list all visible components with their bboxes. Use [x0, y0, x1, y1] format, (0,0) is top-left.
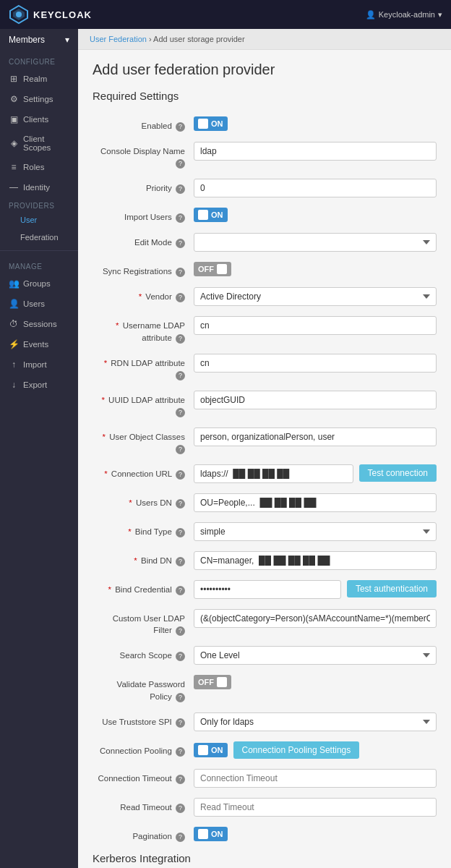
sidebar-item-export[interactable]: ↓ Export [0, 375, 78, 395]
uoc-help[interactable]: ? [176, 445, 185, 454]
uuid-ldap-control: objectGUID [194, 391, 437, 409]
user-object-classes-label: * User Object Classes ? [93, 427, 194, 454]
connection-pooling-toggle[interactable]: ON [194, 743, 228, 757]
sync-registrations-toggle[interactable]: OFF [194, 262, 231, 276]
enabled-label: Enabled ? [93, 116, 194, 132]
use-truststore-select[interactable]: Only for ldaps Always Never [194, 712, 437, 731]
export-icon: ↓ [9, 380, 19, 390]
username-ldap-input[interactable]: cn [194, 316, 437, 335]
read-timeout-label: Read Timeout ? [93, 798, 194, 813]
enabled-help-icon[interactable]: ? [176, 122, 185, 132]
rdn-ldap-input[interactable]: cn [194, 354, 437, 373]
vendor-control: Active Directory Red Hat Directory Serve… [194, 287, 437, 306]
conn-url-help[interactable]: ? [176, 470, 185, 480]
read-timeout-help[interactable]: ? [176, 804, 185, 813]
user-object-classes-input[interactable]: person, organizationalPerson, user [194, 427, 437, 446]
users-dn-input[interactable] [194, 493, 437, 512]
required-marker: * [104, 469, 107, 478]
sidebar-item-realm[interactable]: ⊞ Realm [0, 69, 78, 89]
sidebar-item-label: Clients [23, 115, 48, 124]
priority-help[interactable]: ? [176, 184, 185, 194]
sidebar-item-users[interactable]: 👤 Users [0, 294, 78, 314]
sidebar-item-label: Realm [23, 75, 47, 83]
sidebar-item-groups[interactable]: 👥 Groups [0, 273, 78, 294]
import-users-toggle[interactable]: ON [194, 208, 228, 222]
enabled-toggle[interactable]: ON [194, 116, 228, 131]
sidebar-item-identity[interactable]: — Identity [0, 177, 78, 197]
required-marker: * [134, 556, 137, 565]
manage-section-label: Manage [0, 255, 78, 273]
bind-cred-help[interactable]: ? [176, 586, 185, 595]
connection-url-input[interactable] [194, 464, 353, 483]
providers-section-label: Providers [0, 197, 78, 211]
connection-timeout-input[interactable] [194, 769, 437, 788]
rdn-ldap-label: * RDN LDAP attribute ? [93, 354, 194, 380]
connection-pooling-settings-button[interactable]: Connection Pooling Settings [233, 741, 360, 759]
toggle-thumb [217, 264, 227, 274]
bind-dn-input[interactable] [194, 551, 437, 570]
test-connection-button[interactable]: Test connection [359, 464, 437, 482]
search-scope-select[interactable]: One Level Subtree [194, 646, 437, 665]
bind-dn-help[interactable]: ? [176, 557, 185, 566]
username-ldap-help[interactable]: ? [176, 334, 185, 344]
conn-timeout-help[interactable]: ? [176, 775, 185, 784]
custom-ldap-filter-input[interactable]: (&(objectCategory=Person)(sAMAccountName… [194, 609, 437, 628]
bind-type-help[interactable]: ? [176, 528, 185, 537]
user-menu[interactable]: 👤 Keycloak-admin ▾ [366, 10, 442, 20]
toggle-label: OFF [198, 265, 214, 273]
required-marker: * [129, 498, 132, 507]
breadcrumb: User Federation › Add user storage provi… [78, 29, 451, 50]
edit-mode-select[interactable]: READ_ONLY WRITABLE UNSYNCED [194, 233, 437, 252]
breadcrumb-current: Add user storage provider [153, 35, 245, 43]
custom-filter-help[interactable]: ? [176, 626, 185, 636]
sidebar-item-sessions[interactable]: ⏱ Sessions [0, 314, 78, 334]
edit-mode-help[interactable]: ? [176, 239, 185, 248]
pagination-help[interactable]: ? [176, 833, 185, 842]
sidebar-item-federation[interactable]: Federation [0, 229, 78, 246]
breadcrumb-link[interactable]: User Federation [90, 35, 147, 43]
page-title: Add user federation provider [93, 61, 437, 78]
sidebar-item-settings[interactable]: ⚙ Settings [0, 89, 78, 109]
bind-type-select[interactable]: simple none [194, 522, 437, 541]
connection-pooling-wrap: ON Connection Pooling Settings [194, 741, 437, 759]
sidebar-item-clients[interactable]: ▣ Clients [0, 109, 78, 129]
search-scope-help[interactable]: ? [176, 652, 185, 661]
sync-reg-help[interactable]: ? [176, 268, 185, 277]
members-button[interactable]: Members ▾ [0, 29, 78, 51]
rdn-ldap-control: cn [194, 354, 437, 373]
truststore-help[interactable]: ? [176, 718, 185, 728]
sidebar-item-label: Roles [23, 163, 44, 171]
sidebar-item-roles[interactable]: ≡ Roles [0, 157, 78, 177]
read-timeout-input[interactable] [194, 798, 437, 817]
uuid-ldap-help[interactable]: ? [176, 408, 185, 417]
console-display-name-input[interactable]: ldap [194, 142, 437, 161]
sidebar-item-client-scopes[interactable]: ◈ Client Scopes [0, 129, 78, 157]
use-truststore-row: Use Truststore SPI ? Only for ldaps Alwa… [93, 712, 437, 731]
sidebar-item-import[interactable]: ↑ Import [0, 354, 78, 375]
sidebar-item-label: Events [23, 340, 48, 349]
bind-credential-input[interactable]: •••••••••• [194, 580, 341, 599]
import-users-help[interactable]: ? [176, 213, 185, 223]
sync-registrations-label: Sync Registrations ? [93, 262, 194, 277]
uuid-ldap-input[interactable]: objectGUID [194, 391, 437, 409]
toggle-label: ON [211, 119, 223, 128]
username-ldap-label: * Username LDAP attribute ? [93, 316, 194, 343]
console-display-name-help[interactable]: ? [176, 159, 185, 169]
users-dn-help[interactable]: ? [176, 499, 185, 509]
required-marker: * [108, 585, 111, 594]
pagination-toggle[interactable]: ON [194, 827, 228, 841]
test-authentication-button[interactable]: Test authentication [347, 580, 437, 597]
validate-pw-help[interactable]: ? [176, 693, 185, 702]
sidebar-item-user[interactable]: User [0, 211, 78, 229]
sidebar-item-events[interactable]: ⚡ Events [0, 334, 78, 354]
priority-input[interactable]: 0 [194, 179, 437, 197]
required-marker: * [116, 321, 119, 330]
vendor-help[interactable]: ? [176, 293, 185, 302]
vendor-select[interactable]: Active Directory Red Hat Directory Serve… [194, 287, 437, 306]
connection-url-row: * Connection URL ? Test connection [93, 464, 437, 483]
validate-password-toggle[interactable]: OFF [194, 675, 231, 689]
toggle-thumb [198, 829, 208, 839]
conn-pooling-help[interactable]: ? [176, 747, 185, 757]
rdn-ldap-help[interactable]: ? [176, 371, 185, 380]
toggle-thumb [198, 210, 208, 220]
